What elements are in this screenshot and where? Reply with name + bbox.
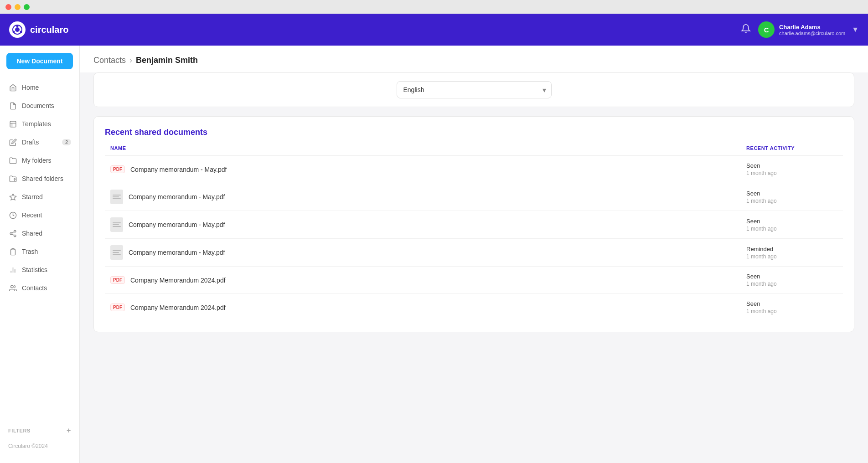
user-info: Charlie Adams charlie.adams@circularo.co…: [779, 24, 845, 36]
chevron-down-icon: ▼: [852, 26, 859, 34]
docs-table-header: NAME RECENT ACTIVITY: [105, 145, 843, 156]
logo-icon: [9, 21, 26, 38]
drafts-badge: 2: [62, 139, 71, 145]
doc-activity-status: Seen: [746, 273, 837, 280]
statistics-icon: [8, 265, 17, 274]
sidebar-label-drafts: Drafts: [22, 139, 39, 146]
sidebar-item-my-folders[interactable]: My folders: [0, 151, 79, 170]
sidebar-nav: Home Documents Templates D: [0, 78, 79, 420]
doc-type-badge: PDF: [110, 165, 125, 173]
language-select[interactable]: English German French Spanish Italian: [397, 81, 552, 98]
sidebar-label-shared: Shared: [22, 230, 42, 237]
recent-docs-card: Recent shared documents NAME RECENT ACTI…: [93, 116, 854, 332]
home-icon: [8, 83, 17, 92]
docs-rows: PDF Company memorandum - May.pdf Seen 1 …: [105, 156, 843, 321]
doc-file-name: Company Memorandum 2024.pdf: [130, 304, 226, 311]
star-icon: [8, 192, 17, 201]
doc-type-badge: PDF: [110, 304, 125, 311]
svg-point-4: [13, 31, 15, 33]
table-row[interactable]: Company memorandum - May.pdf Seen 1 mont…: [105, 183, 843, 211]
language-card: English German French Spanish Italian ▾: [93, 72, 854, 107]
doc-activity: Seen 1 month ago: [746, 273, 837, 287]
filters-section: FILTERS +: [0, 420, 79, 437]
sidebar-label-recent: Recent: [22, 211, 42, 219]
doc-activity-time: 1 month ago: [746, 226, 837, 232]
doc-activity: Seen 1 month ago: [746, 190, 837, 204]
doc-activity-status: Reminded: [746, 246, 837, 252]
svg-point-6: [14, 178, 15, 180]
sidebar-item-templates[interactable]: Templates: [0, 115, 79, 133]
sidebar-item-trash[interactable]: Trash: [0, 242, 79, 261]
doc-name-area: Company memorandum - May.pdf: [110, 217, 746, 232]
close-button[interactable]: [5, 4, 11, 10]
template-icon: [8, 119, 17, 129]
bell-icon[interactable]: [741, 24, 751, 36]
svg-line-12: [12, 234, 14, 235]
doc-name-area: PDF Company Memorandum 2024.pdf: [110, 276, 746, 284]
svg-point-9: [14, 230, 16, 232]
table-row[interactable]: PDF Company Memorandum 2024.pdf Seen 1 m…: [105, 294, 843, 321]
doc-file-icon: [110, 245, 123, 260]
sidebar-label-starred: Starred: [22, 193, 43, 201]
sidebar-item-statistics[interactable]: Statistics: [0, 261, 79, 279]
user-area[interactable]: C Charlie Adams charlie.adams@circularo.…: [758, 21, 859, 38]
doc-file-name: Company memorandum - May.pdf: [129, 221, 225, 228]
title-bar: [0, 0, 868, 14]
doc-file-name: Company memorandum - May.pdf: [129, 249, 225, 256]
doc-file-name: Company memorandum - May.pdf: [129, 193, 225, 201]
col-name-header: NAME: [110, 145, 746, 151]
table-row[interactable]: PDF Company Memorandum 2024.pdf Seen 1 m…: [105, 267, 843, 294]
sidebar: New Document Home Documents: [0, 46, 80, 463]
user-email: charlie.adams@circularo.com: [779, 31, 845, 36]
doc-name-area: PDF Company Memorandum 2024.pdf: [110, 304, 746, 311]
doc-name-area: Company memorandum - May.pdf: [110, 190, 746, 204]
recent-docs-title: Recent shared documents: [105, 128, 843, 137]
language-select-wrap: English German French Spanish Italian ▾: [397, 81, 552, 98]
doc-name-area: PDF Company memorandum - May.pdf: [110, 165, 746, 173]
user-name: Charlie Adams: [779, 24, 845, 31]
table-row[interactable]: Company memorandum - May.pdf Seen 1 mont…: [105, 211, 843, 239]
doc-file-icon: [110, 217, 123, 232]
contacts-icon: [8, 283, 17, 293]
svg-point-17: [10, 285, 13, 288]
svg-rect-5: [10, 121, 16, 127]
doc-type-badge: PDF: [110, 276, 125, 284]
maximize-button[interactable]: [24, 4, 30, 10]
breadcrumb: Contacts › Benjamin Smith: [80, 46, 868, 72]
doc-activity: Seen 1 month ago: [746, 162, 837, 176]
sidebar-label-home: Home: [22, 84, 39, 91]
minimize-button[interactable]: [15, 4, 21, 10]
recent-icon: [8, 211, 17, 220]
table-row[interactable]: PDF Company memorandum - May.pdf Seen 1 …: [105, 156, 843, 183]
logo-text: circularo: [30, 25, 68, 35]
sidebar-item-shared-folders[interactable]: Shared folders: [0, 170, 79, 188]
sidebar-label-shared-folders: Shared folders: [22, 175, 63, 182]
sidebar-item-starred[interactable]: Starred: [0, 188, 79, 206]
sidebar-label-my-folders: My folders: [22, 157, 52, 164]
sidebar-label-templates: Templates: [22, 120, 51, 128]
table-row[interactable]: Company memorandum - May.pdf Reminded 1 …: [105, 239, 843, 267]
draft-icon: [8, 138, 17, 147]
svg-marker-7: [10, 194, 16, 200]
filters-add-icon[interactable]: +: [67, 427, 71, 435]
doc-activity: Seen 1 month ago: [746, 300, 837, 314]
sidebar-item-recent[interactable]: Recent: [0, 206, 79, 224]
sidebar-item-drafts[interactable]: Drafts 2: [0, 133, 79, 151]
breadcrumb-parent[interactable]: Contacts: [93, 56, 126, 65]
main-content: Contacts › Benjamin Smith English German…: [80, 46, 868, 463]
shared-icon: [8, 229, 17, 238]
sidebar-item-documents[interactable]: Documents: [0, 97, 79, 115]
doc-activity: Reminded 1 month ago: [746, 246, 837, 260]
sidebar-item-home[interactable]: Home: [0, 78, 79, 97]
sidebar-item-contacts[interactable]: Contacts: [0, 279, 79, 297]
logo-area: circularo: [9, 21, 68, 38]
sidebar-item-shared[interactable]: Shared: [0, 224, 79, 242]
footer-text: Circularo ©2024: [8, 443, 48, 449]
breadcrumb-child: Benjamin Smith: [136, 56, 198, 65]
new-document-button[interactable]: New Document: [6, 53, 73, 69]
svg-point-1: [15, 27, 20, 32]
doc-activity-time: 1 month ago: [746, 198, 837, 204]
svg-point-3: [20, 31, 22, 33]
content-area: English German French Spanish Italian ▾ …: [80, 72, 868, 346]
nav-right: C Charlie Adams charlie.adams@circularo.…: [741, 21, 859, 38]
